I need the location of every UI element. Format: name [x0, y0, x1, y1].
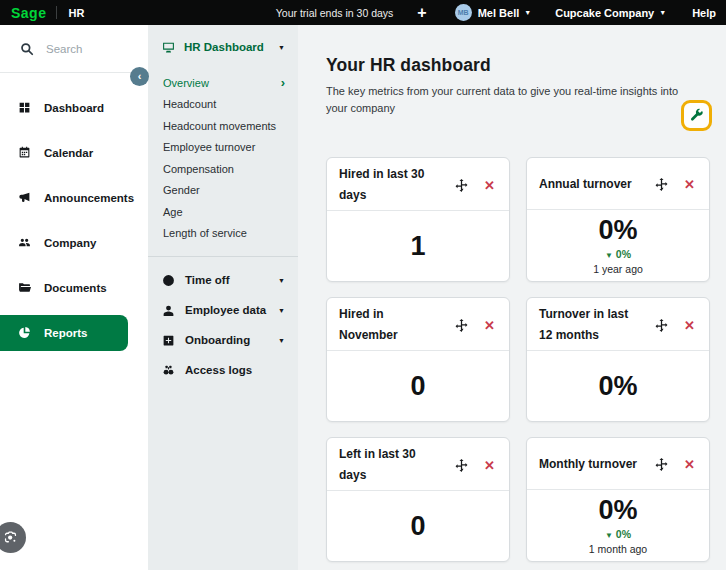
menu-item-length-of-service[interactable]: Length of service [148, 223, 298, 245]
hr-dashboard-menu[interactable]: HR Dashboard ▼ [148, 36, 298, 58]
sidebar-item-dashboard[interactable]: Dashboard [0, 85, 148, 130]
card-title: Hired in last 30 days [339, 164, 443, 206]
card-body: 0% [527, 351, 709, 421]
wrench-icon [689, 108, 704, 123]
menu-group-access-logs[interactable]: Access logs [148, 355, 298, 385]
menu-item-label: Compensation [163, 163, 234, 175]
page-title: Your HR dashboard [326, 55, 710, 76]
remove-card-button[interactable]: ✕ [684, 178, 695, 191]
menu-item-label: Gender [163, 184, 200, 196]
company-menu[interactable]: Cupcake Company ▼ [555, 7, 666, 19]
company-name: Cupcake Company [555, 7, 654, 19]
menu-item-label: Overview [163, 77, 209, 89]
card-body: 0 [327, 491, 509, 561]
menu-item-label: Headcount movements [163, 120, 276, 132]
calendar-icon [18, 146, 31, 159]
menu-item-headcount[interactable]: Headcount [148, 94, 298, 116]
move-card-handle[interactable] [454, 318, 469, 333]
remove-card-button[interactable]: ✕ [484, 459, 495, 472]
card-title: Left in last 30 days [339, 444, 443, 486]
card-header: Left in last 30 days ✕ [327, 438, 509, 491]
megaphone-icon [18, 191, 31, 204]
camera-lens-icon [2, 529, 19, 546]
pie-chart-icon [18, 326, 31, 339]
product-name: HR [68, 7, 84, 19]
menu-group-label: Onboarding [185, 334, 250, 346]
metric-card-left-last-30-days: Left in last 30 days ✕ 0 [326, 437, 510, 562]
sidebar-item-reports[interactable]: Reports [0, 315, 128, 351]
user-name: Mel Bell [478, 7, 520, 19]
metric-delta: ▼0% [605, 528, 631, 540]
search-row [0, 25, 148, 73]
metric-period: 1 month ago [589, 543, 647, 555]
move-card-handle[interactable] [654, 457, 669, 472]
card-body: 0% ▼0% 1 year ago [527, 210, 709, 281]
help-link[interactable]: Help [692, 7, 716, 19]
menu-item-compensation[interactable]: Compensation [148, 158, 298, 180]
sidebar-item-documents[interactable]: Documents [0, 265, 148, 310]
card-header: Hired in last 30 days ✕ [327, 158, 509, 211]
hr-dashboard-subitems: Overview › Headcount Headcount movements… [148, 72, 298, 244]
card-body: 0 [327, 351, 509, 421]
search-input[interactable] [46, 43, 126, 55]
metric-value: 0% [598, 217, 637, 244]
remove-card-button[interactable]: ✕ [484, 319, 495, 332]
chevron-down-icon: ▼ [659, 9, 666, 16]
topbar-divider [56, 6, 57, 19]
menu-item-label: Employee turnover [163, 141, 255, 153]
menu-item-gender[interactable]: Gender [148, 180, 298, 202]
collapse-sidebar-button[interactable]: ‹ [130, 67, 149, 86]
metric-card-turnover-12-months: Turnover in last 12 months ✕ 0% [526, 297, 710, 422]
menu-item-age[interactable]: Age [148, 201, 298, 223]
remove-card-button[interactable]: ✕ [484, 179, 495, 192]
sidebar-item-label: Company [44, 237, 96, 249]
move-card-handle[interactable] [654, 177, 669, 192]
menu-group-employee-data[interactable]: Employee data ▼ [148, 295, 298, 325]
main-content: Your HR dashboard The key metrics from y… [298, 25, 726, 570]
card-body: 0% ▼0% 1 month ago [527, 490, 709, 561]
chevron-down-icon: ▼ [278, 337, 285, 344]
menu-group-time-off[interactable]: Time off ▼ [148, 265, 298, 295]
card-header: Monthly turnover ✕ [527, 438, 709, 490]
remove-card-button[interactable]: ✕ [684, 319, 695, 332]
menu-item-overview[interactable]: Overview › [148, 72, 298, 94]
sidebar-item-label: Reports [44, 327, 87, 339]
metric-delta: ▼0% [605, 248, 631, 260]
card-header: Turnover in last 12 months ✕ [527, 298, 709, 351]
triangle-down-icon: ▼ [605, 531, 613, 540]
customize-dashboard-button[interactable] [681, 100, 712, 131]
move-icon [654, 318, 669, 333]
menu-item-label: Length of service [163, 227, 247, 239]
user-menu[interactable]: Mel Bell ▼ [478, 7, 532, 19]
remove-card-button[interactable]: ✕ [684, 458, 695, 471]
menu-item-employee-turnover[interactable]: Employee turnover [148, 137, 298, 159]
metric-period: 1 year ago [593, 263, 643, 275]
top-bar: Sage HR Your trial ends in 30 days + MB … [0, 0, 726, 25]
menu-item-label: Headcount [163, 98, 216, 110]
sidebar-item-company[interactable]: Company [0, 220, 148, 265]
page-subtitle: The key metrics from your current data t… [326, 83, 698, 117]
chevron-left-icon: ‹ [138, 71, 142, 82]
sidebar-item-announcements[interactable]: Announcements [0, 175, 148, 220]
people-icon [18, 236, 31, 249]
move-card-handle[interactable] [454, 458, 469, 473]
menu-group-label: Access logs [185, 364, 252, 376]
user-avatar[interactable]: MB [455, 4, 472, 21]
add-button[interactable]: + [417, 5, 426, 21]
person-icon [162, 304, 175, 317]
primary-sidebar: Dashboard Calendar Announcements Company… [0, 25, 148, 570]
chevron-down-icon: ▼ [524, 9, 531, 16]
sage-logo[interactable]: Sage [0, 5, 56, 21]
sage-hr-app: Sage HR Your trial ends in 30 days + MB … [0, 0, 726, 570]
primary-nav: Dashboard Calendar Announcements Company… [0, 73, 148, 351]
sidebar-item-calendar[interactable]: Calendar [0, 130, 148, 175]
menu-group-onboarding[interactable]: Onboarding ▼ [148, 325, 298, 355]
menu-item-headcount-movements[interactable]: Headcount movements [148, 115, 298, 137]
metric-value: 0 [410, 373, 425, 400]
sidebar-item-label: Documents [44, 282, 107, 294]
chevron-down-icon: ▼ [278, 277, 285, 284]
metric-value: 1 [410, 233, 425, 260]
move-card-handle[interactable] [454, 178, 469, 193]
grid-icon [18, 101, 31, 114]
move-card-handle[interactable] [654, 318, 669, 333]
